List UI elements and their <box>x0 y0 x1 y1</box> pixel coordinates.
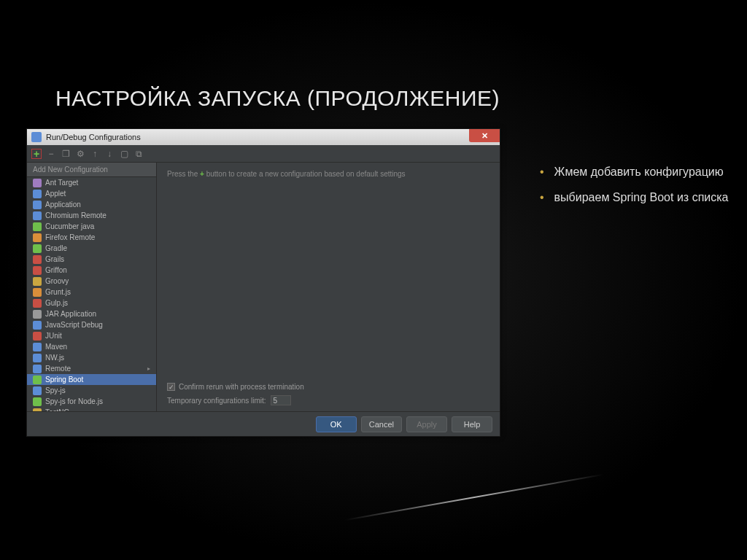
config-label: Griffon <box>45 266 67 274</box>
config-icon <box>33 190 42 198</box>
config-type-item[interactable]: Spy-js <box>27 385 156 396</box>
config-type-item[interactable]: Ant Target <box>27 177 156 188</box>
config-label: JUnit <box>45 332 62 340</box>
config-type-item[interactable]: JUnit <box>27 330 156 341</box>
config-label: Maven <box>45 343 67 351</box>
config-label: Remote <box>45 365 71 373</box>
checkbox-icon: ✓ <box>167 383 175 391</box>
config-type-item[interactable]: Spring Boot <box>27 374 156 385</box>
config-label: Spy-js <box>45 386 66 394</box>
copy-config-button[interactable]: ❐ <box>61 149 71 159</box>
note-item: выбираем Spring Boot из списка <box>540 190 729 206</box>
button-bar: OK Cancel Apply Help <box>27 411 500 436</box>
config-icon <box>33 211 42 220</box>
app-icon <box>31 132 42 142</box>
config-icon <box>33 244 42 253</box>
side-notes: Жмем добавить конфигурацию выбираем Spri… <box>540 165 729 216</box>
move-down-button[interactable]: ↓ <box>104 149 115 159</box>
config-label: Grunt.js <box>45 288 71 296</box>
slide-title: НАСТРОЙКА ЗАПУСКА (ПРОДОЛЖЕНИЕ) <box>55 86 500 111</box>
edit-defaults-button[interactable]: ⚙ <box>75 149 85 159</box>
config-label: Applet <box>45 190 66 198</box>
note-item: Жмем добавить конфигурацию <box>540 165 729 180</box>
close-button[interactable]: ✕ <box>469 129 500 142</box>
config-type-item[interactable]: JavaScript Debug <box>27 319 156 330</box>
config-icon <box>33 376 42 384</box>
config-label: Grails <box>45 255 64 263</box>
expand-button[interactable]: ⧉ <box>133 149 144 159</box>
config-icon <box>33 321 42 330</box>
popup-header: Add New Configuration <box>27 163 156 177</box>
config-type-item[interactable]: Grunt.js <box>27 287 156 298</box>
run-debug-dialog: Run/Debug Configurations ✕ + − ❐ ⚙ ↑ ↓ ▢… <box>26 128 500 437</box>
config-type-item[interactable]: Griffon <box>27 265 156 276</box>
config-type-item[interactable]: TestNG <box>27 407 156 411</box>
config-type-item[interactable]: Remote▸ <box>27 363 156 374</box>
config-type-item[interactable]: Cucumber java <box>27 221 156 232</box>
config-type-item[interactable]: Grails <box>27 254 156 265</box>
config-type-item[interactable]: NW.js <box>27 352 156 363</box>
confirm-rerun-checkbox[interactable]: ✓ Confirm rerun with process termination <box>167 383 489 391</box>
config-icon <box>33 343 42 351</box>
config-icon <box>33 255 42 264</box>
submenu-arrow-icon: ▸ <box>147 365 150 372</box>
config-type-popup: Add New Configuration Ant TargetAppletAp… <box>27 163 157 411</box>
config-type-item[interactable]: Applet <box>27 188 156 199</box>
config-label: Spy-js for Node.js <box>45 397 103 405</box>
config-type-item[interactable]: Gulp.js <box>27 298 156 308</box>
config-label: Gulp.js <box>45 299 68 307</box>
config-label: Application <box>45 201 81 209</box>
config-label: TestNG <box>45 408 69 411</box>
config-type-item[interactable]: Chromium Remote <box>27 210 156 221</box>
config-label: Gradle <box>45 244 67 252</box>
cancel-button[interactable]: Cancel <box>361 416 402 432</box>
config-icon <box>33 386 42 395</box>
config-icon <box>33 354 42 362</box>
window-title: Run/Debug Configurations <box>46 133 141 141</box>
config-label: JAR Application <box>45 310 96 318</box>
config-type-item[interactable]: Maven <box>27 341 156 352</box>
config-icon <box>33 310 42 319</box>
remove-config-button[interactable]: − <box>46 149 56 159</box>
config-type-item[interactable]: Firefox Remote <box>27 232 156 243</box>
temp-config-limit: Temporary configurations limit: 5 <box>167 395 489 405</box>
empty-hint: Press the + button to create a new confi… <box>167 170 489 178</box>
folder-button[interactable]: ▢ <box>119 149 129 159</box>
config-type-item[interactable]: Spy-js for Node.js <box>27 396 156 407</box>
config-label: Groovy <box>45 277 69 285</box>
add-config-button[interactable]: + <box>31 149 42 159</box>
config-label: NW.js <box>45 354 64 362</box>
config-label: Chromium Remote <box>45 211 107 219</box>
toolbar: + − ❐ ⚙ ↑ ↓ ▢ ⧉ <box>27 145 500 163</box>
config-icon <box>33 332 42 341</box>
help-button[interactable]: Help <box>452 416 492 432</box>
limit-field[interactable]: 5 <box>271 395 291 405</box>
config-icon <box>33 179 42 187</box>
apply-button[interactable]: Apply <box>406 416 447 432</box>
config-label: JavaScript Debug <box>45 321 103 329</box>
config-icon <box>33 408 42 412</box>
config-icon <box>33 365 42 373</box>
move-up-button[interactable]: ↑ <box>90 149 100 159</box>
config-label: Firefox Remote <box>45 233 95 241</box>
titlebar[interactable]: Run/Debug Configurations ✕ <box>27 129 500 145</box>
config-icon <box>33 233 42 242</box>
config-icon <box>33 222 42 231</box>
config-icon <box>33 288 42 297</box>
config-icon <box>33 277 42 286</box>
config-type-item[interactable]: Groovy <box>27 276 156 287</box>
config-icon <box>33 397 42 406</box>
config-type-item[interactable]: Gradle <box>27 243 156 254</box>
ok-button[interactable]: OK <box>316 416 357 432</box>
config-label: Ant Target <box>45 179 78 187</box>
decorative-line <box>345 474 604 521</box>
config-icon <box>33 266 42 275</box>
config-type-item[interactable]: Application <box>27 199 156 210</box>
config-icon <box>33 201 42 209</box>
config-label: Spring Boot <box>45 376 83 384</box>
config-type-item[interactable]: JAR Application <box>27 308 156 319</box>
config-label: Cucumber java <box>45 222 94 230</box>
main-pane: Press the + button to create a new confi… <box>157 163 500 411</box>
config-icon <box>33 299 42 308</box>
